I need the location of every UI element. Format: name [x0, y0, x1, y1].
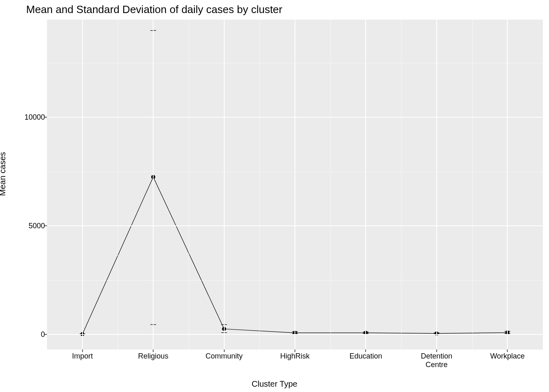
grid-v-major — [224, 20, 225, 350]
y-tick-mark — [45, 225, 47, 226]
chart-container: Mean and Standard Deviation of daily cas… — [0, 0, 549, 392]
x-tick-mark — [224, 350, 225, 352]
y-axis-label: Mean cases — [0, 152, 7, 196]
grid-v-major — [365, 20, 366, 350]
plot-panel — [47, 20, 543, 350]
x-tick-mark — [436, 350, 437, 352]
grid-v-minor — [472, 20, 473, 350]
grid-v-minor — [330, 20, 331, 350]
x-tick-label: Religious — [138, 352, 168, 361]
grid-v-major — [82, 20, 83, 350]
x-axis-label: Cluster Type — [0, 379, 549, 389]
y-tick-mark — [45, 117, 47, 118]
grid-v-minor — [118, 20, 118, 350]
x-tick-label: Import — [72, 352, 93, 361]
x-tick-mark — [153, 350, 154, 352]
y-tick-label: 10000 — [25, 113, 45, 122]
x-tick-mark — [295, 350, 295, 352]
grid-v-major — [295, 20, 295, 350]
x-tick-label: HighRisk — [280, 352, 310, 361]
x-tick-label: Education — [349, 352, 382, 361]
grid-v-major — [507, 20, 508, 350]
grid-v-minor — [189, 20, 189, 350]
x-tick-label: Workplace — [490, 352, 525, 361]
y-tick-label: 5000 — [29, 222, 45, 230]
grid-v-minor — [259, 20, 260, 350]
x-tick-label: Community — [205, 352, 243, 361]
y-tick-mark — [45, 334, 47, 335]
grid-v-major — [153, 20, 154, 350]
x-tick-label: Detention Centre — [421, 352, 452, 369]
x-tick-mark — [507, 350, 508, 352]
grid-v-major — [436, 20, 437, 350]
chart-title: Mean and Standard Deviation of daily cas… — [26, 3, 282, 16]
x-tick-mark — [365, 350, 366, 352]
grid-v-minor — [401, 20, 402, 350]
x-tick-mark — [82, 350, 83, 352]
